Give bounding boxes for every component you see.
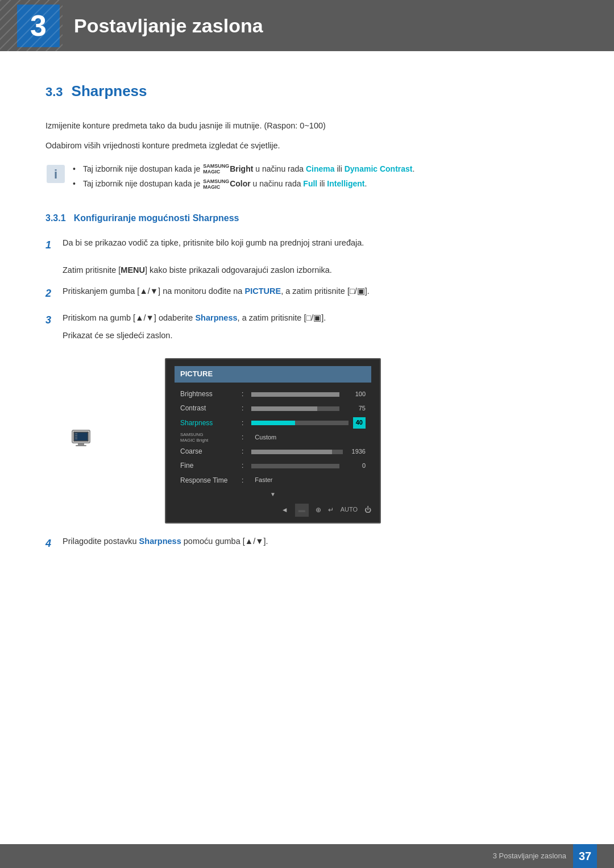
coarse-value: 1936: [347, 447, 366, 457]
intro-text-1: Izmijenite konture predmeta tako da budu…: [45, 119, 569, 132]
sharpness-value: 40: [353, 417, 366, 429]
step-3-text: Pritiskom na gumb [▲/▼] odaberite Sharpn…: [63, 312, 569, 325]
step2-picture: PICTURE: [244, 286, 281, 296]
monitor-btn-left: ◄: [281, 505, 288, 516]
svg-rect-6: [78, 443, 84, 445]
note1-cinema: Cinema: [306, 164, 335, 173]
svg-rect-10: [75, 435, 77, 436]
step-2-text: Pritiskanjem gumba [▲/▼] na monitoru dođ…: [63, 285, 569, 298]
step-1-text: Da bi se prikazao vodič za tipke, pritis…: [63, 236, 569, 250]
subsection-number: 3.3.1: [45, 213, 66, 223]
step-number-1: 1: [45, 237, 63, 254]
contrast-value: 75: [349, 404, 366, 414]
step3-prefix: Pritiskom na gumb [▲/▼] odaberite: [63, 313, 195, 322]
header-banner: 3 Postavljanje zaslona: [0, 0, 614, 51]
brightness-bar: [251, 392, 339, 397]
footer-page-number: 37: [573, 844, 597, 868]
step-4-content: Prilagodite postavku Sharpness pomoću gu…: [63, 535, 569, 553]
footer: 3 Postavljanje zaslona 37: [0, 844, 614, 868]
coarse-bar: [251, 450, 343, 454]
monitor-btn-return: ↵: [328, 505, 334, 516]
step-1: 1 Da bi se prikazao vodič za tipke, prit…: [45, 236, 569, 254]
note1-or: ili: [335, 164, 345, 173]
sharpness-bar: [251, 421, 348, 425]
magic-bright-value: Custom: [255, 433, 276, 443]
step1-menu: MENU: [121, 265, 145, 275]
note1-dynamic: Dynamic Contrast: [345, 164, 413, 173]
note-icon: i: [45, 164, 66, 184]
note2-prefix: Taj izbornik nije dostupan kada je: [83, 179, 202, 188]
monitor-bottom-bar: ◄ ▬ ⊕ ↵ AUTO ⏻: [175, 504, 371, 517]
contrast-label: Contrast: [180, 403, 237, 414]
response-label: Response Time: [180, 475, 237, 486]
step1-sub-prefix: Zatim pritisnite [: [63, 265, 121, 275]
note2-suffix: .: [364, 179, 367, 188]
monitor-btn-power: ⏻: [364, 505, 371, 516]
step-2-content: Pritiskanjem gumba [▲/▼] na monitoru dođ…: [63, 285, 569, 302]
step-3: 3 Pritiskom na gumb [▲/▼] odaberite Shar…: [45, 312, 569, 347]
monitor-item-sharpness: Sharpness : 40: [175, 416, 371, 430]
step-3-sub: Prikazat će se sljedeći zaslon.: [63, 329, 569, 342]
step4-prefix: Prilagodite postavku: [63, 537, 139, 546]
samsung-magic-2: SAMSUNGMAGIC: [203, 179, 229, 190]
svg-rect-1: [0, 0, 63, 51]
step1-sub-suffix: ] kako biste prikazali odgovarajući zasl…: [145, 265, 332, 275]
step3-sharpness: Sharpness: [195, 313, 237, 322]
step-1-content: Da bi se prikazao vodič za tipke, pritis…: [63, 236, 569, 254]
step-number-4: 4: [45, 535, 63, 552]
monitor-item-coarse: Coarse : 1936: [175, 445, 371, 459]
monitor-item-magic-bright: SAMSUNG MAGIC Bright : Custom: [175, 430, 371, 445]
subsection-title: Konfiguriranje mogućnosti Sharpness: [74, 213, 239, 223]
step-3-content: Pritiskom na gumb [▲/▼] odaberite Sharpn…: [63, 312, 569, 347]
brightness-label: Brightness: [180, 389, 237, 400]
fine-value: 0: [349, 461, 366, 471]
contrast-bar: [251, 406, 339, 411]
monitor-item-contrast: Contrast : 75: [175, 401, 371, 416]
note1-mid: u načinu rada: [253, 164, 306, 173]
step-4-text: Prilagodite postavku Sharpness pomoću gu…: [63, 535, 569, 548]
step4-sharpness: Sharpness: [139, 537, 181, 546]
svg-rect-12: [75, 438, 77, 439]
monitor-btn-auto: AUTO: [341, 505, 358, 515]
monitor-item-fine: Fine : 0: [175, 459, 371, 473]
header-decorative-lines: [0, 0, 63, 51]
samsung-magic-1: SAMSUNGMAGIC: [203, 164, 229, 175]
step-4: 4 Prilagodite postavku Sharpness pomoću …: [45, 535, 569, 553]
brightness-fill: [251, 392, 339, 397]
monitor-screenshot: PICTURE Brightness : 100 Contrast : 75: [165, 358, 381, 524]
note2-or: ili: [317, 179, 327, 188]
svg-text:i: i: [54, 167, 57, 181]
section-title: Sharpness: [72, 80, 147, 103]
step-2: 2 Pritiskanjem gumba [▲/▼] na monitoru d…: [45, 285, 569, 302]
coarse-fill: [251, 450, 331, 454]
svg-rect-9: [75, 433, 77, 434]
note2-color: Color: [230, 179, 251, 188]
note2-full: Full: [303, 179, 317, 188]
monitor-side-icon: [71, 429, 91, 453]
note-box: i Taj izbornik nije dostupan kada je SAM…: [45, 163, 569, 193]
note-item-2: Taj izbornik nije dostupan kada je SAMSU…: [73, 177, 414, 190]
main-content: 3.3 Sharpness Izmijenite konture predmet…: [0, 51, 614, 607]
magic-bright-label: SAMSUNG MAGIC Bright: [180, 432, 237, 443]
fine-bar: [251, 464, 339, 468]
contrast-fill: [251, 406, 317, 411]
monitor-btn-menu: ▬: [295, 504, 309, 517]
step2-suffix: , a zatim pritisnite [□/▣].: [281, 286, 370, 296]
step-number-2: 2: [45, 285, 63, 302]
monitor-item-response: Response Time : Faster: [175, 474, 371, 488]
note2-intelligent: Intelligent: [327, 179, 364, 188]
note2-mid: u načinu rada: [251, 179, 304, 188]
response-value: Faster: [255, 475, 272, 485]
step-1-sub: Zatim pritisnite [MENU] kako biste prika…: [63, 264, 569, 277]
sharpness-fill: [251, 421, 295, 425]
fine-label: Fine: [180, 460, 237, 471]
footer-text: 3 Postavljanje zaslona: [493, 850, 566, 862]
step2-prefix: Pritiskanjem gumba [▲/▼] na monitoru dođ…: [63, 286, 244, 296]
section-heading: 3.3 Sharpness: [45, 80, 569, 103]
scroll-down-indicator: ▼: [270, 490, 276, 499]
sharpness-label: Sharpness: [180, 418, 237, 429]
step-number-3: 3: [45, 312, 63, 329]
note1-bright: Bright: [230, 164, 253, 173]
intro-text-2: Odabirom viših vrijednosti konture predm…: [45, 139, 569, 152]
section-number: 3.3: [45, 82, 63, 102]
